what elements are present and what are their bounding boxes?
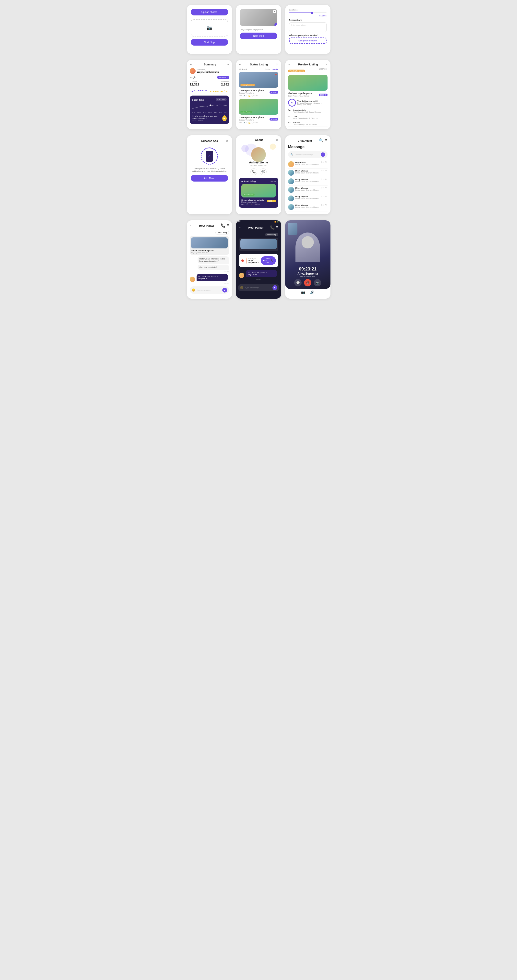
left-bubble-row: Hi, There, the prices is negotiable: [190, 274, 229, 282]
menu-icon-summary[interactable]: ≡: [227, 63, 229, 66]
back-button-dark[interactable]: ←: [239, 226, 242, 229]
photo-preview-area: ✕ +: [240, 9, 278, 26]
message-item-4[interactable]: Misty Wyman 3:23 AM Lorem ipsum dolor am…: [288, 186, 328, 194]
user-avatar: [190, 68, 196, 74]
message-item-5[interactable]: Misty Wyman 3:23 AM Lorem ipsum dolor am…: [288, 194, 328, 203]
bottom-media-icons: 📷 🔊: [285, 289, 330, 296]
back-button-success[interactable]: ←: [191, 139, 193, 143]
active-listing-meta: 🛏 4🚿 2📐 1,245 m²: [241, 204, 276, 205]
back-button-about[interactable]: ←: [239, 138, 242, 142]
upload-drop-area[interactable]: 📷: [191, 19, 228, 37]
user-name: Wayne Richardson: [197, 71, 219, 73]
back-button-chat[interactable]: ←: [288, 139, 291, 142]
call-icon-dark[interactable]: 📞: [270, 225, 275, 230]
pending-tag: Pending for review: [288, 70, 305, 72]
chat-name-3: Misty Wyman: [295, 178, 308, 181]
view-listing-button[interactable]: View Listing: [216, 231, 229, 234]
status-time: 9:41: [238, 221, 241, 223]
search-send-button[interactable]: →: [321, 153, 325, 157]
chat-time-5: 3:23 AM: [321, 196, 328, 198]
message-input[interactable]: Type a message: [197, 289, 221, 291]
dark-emoji-icon[interactable]: 😊: [240, 286, 244, 290]
location-label: Where's your place located: [289, 34, 327, 37]
learn-title: How to properly manage your personal bud…: [192, 115, 222, 119]
sender-avatar: [190, 277, 195, 282]
week-badge[interactable]: This Week ▾: [217, 76, 229, 79]
add-photo-button[interactable]: +: [274, 23, 278, 26]
sort-latest[interactable]: Latest ▾: [272, 68, 278, 70]
price-slider[interactable]: [289, 13, 327, 13]
see-all-button[interactable]: See All: [271, 181, 276, 182]
menu-icon-hoyt[interactable]: ≡: [227, 223, 229, 228]
next-step-button-1[interactable]: Next Step: [191, 39, 228, 46]
learn-meta: Video · 15 min: [192, 120, 222, 121]
chat-avatar-5: [288, 196, 294, 201]
close-about-button[interactable]: ✕: [276, 138, 278, 142]
call-action-button[interactable]: 📞: [251, 168, 257, 175]
end-call-button[interactable]: 📵: [304, 279, 311, 286]
close-listing-button[interactable]: ✕: [276, 63, 278, 66]
preview-title: Preview Listing: [298, 63, 318, 66]
emoji-icon[interactable]: 😊: [192, 288, 195, 292]
call-icon-hoyt[interactable]: 📞: [221, 223, 226, 228]
slide-to-call-button[interactable]: ▶ Slide to Call 📞: [261, 256, 276, 265]
preview-listing-card: ← Preview Listing ✕ Pending for review 1…: [285, 60, 330, 129]
listing-1-pending-badge: Pending for review: [240, 84, 255, 86]
incoming-call-popup[interactable]: Call Agent Hoyt Popencur? ▶ Slide to Cal…: [239, 254, 278, 267]
status-listing-title: Status Listing: [250, 63, 268, 66]
status-listing-header: ← Status Listing ✕: [239, 63, 278, 66]
chat-name-5: Misty Wyman: [295, 196, 308, 198]
back-button-summary[interactable]: ←: [190, 63, 193, 66]
svg-point-0: [210, 104, 211, 106]
close-preview-btn[interactable]: ✕: [325, 63, 327, 66]
use-location-button[interactable]: Use your location: [289, 38, 327, 44]
caller-id-name: Aliya Suprema: [297, 272, 318, 275]
chat-content-2: Misty Wyman 3:23 AM Lorem ipsum dolor am…: [295, 170, 328, 174]
chat-name-6: Misty Wyman: [295, 204, 308, 206]
caller-head: [301, 236, 314, 248]
close-success-button[interactable]: ✕: [226, 139, 228, 143]
add-more-button[interactable]: Add More: [191, 175, 228, 181]
search-message-box[interactable]: 🔍 Search any message →: [288, 151, 328, 158]
description-input[interactable]: Enter descriptions: [289, 22, 327, 32]
message-item-3[interactable]: Misty Wyman 3:23 AM Lorem ipsum dolor am…: [288, 177, 328, 186]
listing-1-favorite[interactable]: ♥: [275, 73, 277, 77]
bubble-2: Can it be negotiate?: [198, 265, 229, 270]
avatar-section: [239, 143, 278, 161]
dark-message-input-row[interactable]: 😊 Type a message ▶: [238, 284, 279, 291]
active-listing-image[interactable]: Active Product: [241, 184, 276, 197]
next-step-button-2[interactable]: Next Step: [240, 33, 278, 39]
listing-2-image[interactable]: Active Product: [239, 99, 278, 115]
camera-button[interactable]: 📷: [314, 279, 321, 286]
search-input[interactable]: Search any message: [295, 154, 319, 156]
message-item-2[interactable]: Misty Wyman 3:23 AM Lorem ipsum dolor am…: [288, 169, 328, 177]
dark-message-input[interactable]: Type a message: [245, 286, 271, 289]
message-item-6[interactable]: Misty Wyman 3:23 AM Lorem ipsum dolor am…: [288, 203, 328, 212]
dark-send-button[interactable]: ▶: [273, 285, 278, 290]
camera-bottom-icon[interactable]: 📷: [301, 290, 305, 294]
search-icon-chat[interactable]: 🔍: [319, 138, 324, 143]
upload-photos-button[interactable]: Upload photos: [191, 9, 228, 16]
listing-1-meta: 🛏 4🚿 2📐 1,245 m²: [239, 95, 278, 97]
listing-1-image[interactable]: Pending for review ♥: [239, 72, 278, 88]
menu-icon-dark[interactable]: ≡: [276, 225, 278, 230]
success-title: Success Add: [201, 139, 218, 142]
send-message-button[interactable]: ▶: [222, 288, 227, 293]
video-call-bg: 09:23:21 Aliya Suprema Premium Member 💬 …: [285, 220, 330, 289]
message-action-button[interactable]: 💬: [260, 168, 266, 175]
learn-play-button[interactable]: ▶: [222, 115, 227, 121]
filter-icon-chat[interactable]: ≡: [325, 138, 327, 143]
chat-call-button[interactable]: 💬: [294, 279, 301, 286]
speaker-bottom-icon[interactable]: 🔊: [310, 290, 314, 294]
message-input-row[interactable]: 😊 Type a message ▶: [190, 286, 229, 294]
view-listing-dark-button[interactable]: View Listing: [265, 233, 278, 236]
back-button-preview[interactable]: ←: [288, 63, 291, 66]
message-item-1[interactable]: Hoyt Parker 3:23 AM Lorem ipsum dolor am…: [288, 160, 328, 169]
back-button-hoyt[interactable]: ←: [190, 224, 193, 228]
chat-preview-6: Lorem ipsum dolor amet lorem: [295, 206, 328, 208]
about-avatar: [251, 147, 266, 162]
chat-time-3: 3:23 AM: [321, 178, 328, 181]
back-button-listing[interactable]: ←: [239, 63, 242, 66]
close-preview-button[interactable]: ✕: [273, 10, 276, 13]
metric-34-num: 34: [288, 109, 292, 111]
